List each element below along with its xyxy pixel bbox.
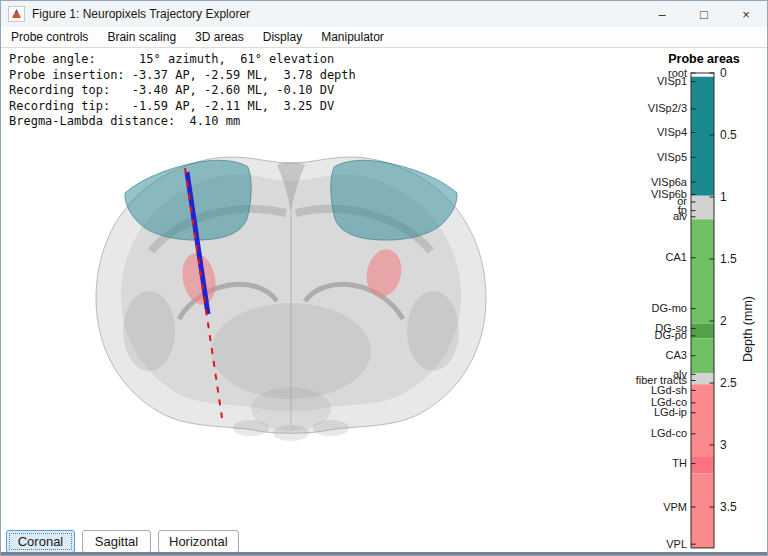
area-label: VISp1 (657, 75, 687, 87)
thalamus-region (211, 303, 371, 399)
depth-tick-label: 1.5 (720, 252, 737, 266)
window-title: Figure 1: Neuropixels Trajectory Explore… (32, 7, 250, 21)
area-label: VPM (663, 501, 687, 513)
colorbar-segment (691, 77, 714, 196)
depth-tick-label: 3 (720, 438, 727, 452)
probe-info-line: Bregma-Lambda distance: 4.10 mm (9, 114, 356, 130)
window-controls: –□× (641, 1, 767, 27)
matlab-figure-icon (8, 6, 25, 22)
probe-info-line: Recording top: -3.40 AP, -2.60 ML, -0.10… (9, 83, 356, 99)
probe-info-line: Probe insertion: -3.37 AP, -2.59 ML, 3.7… (9, 68, 356, 84)
menu-item-display[interactable]: Display (261, 28, 304, 46)
view-tab-coronal[interactable]: Coronal (6, 530, 75, 553)
area-label: VISp4 (657, 126, 687, 138)
brain-render[interactable] (61, 141, 521, 441)
area-label: LGd-sh (651, 384, 687, 396)
window-bottom-edge (1, 552, 767, 555)
depth-tick-label: 1 (720, 190, 727, 204)
area-label: LGd-ip (654, 406, 687, 418)
view-tab-group: CoronalSagittalHorizontal (6, 530, 239, 553)
colorbar-segment (691, 456, 714, 473)
depth-tick-label: 3.5 (720, 500, 737, 514)
colorbar-segment (691, 73, 714, 77)
area-label: DG-mo (652, 302, 687, 314)
depth-tick-label: 0.5 (720, 128, 737, 142)
probe-info-block: Probe angle: 15° azimuth, 61° elevationP… (9, 52, 356, 130)
colorbar-segment (691, 219, 714, 323)
area-label: LGd-co (651, 427, 687, 439)
ventral-bump (273, 425, 309, 441)
depth-tick-label: 2.5 (720, 376, 737, 390)
minimize-button[interactable]: – (641, 1, 683, 27)
figure-window: Figure 1: Neuropixels Trajectory Explore… (0, 0, 768, 556)
area-label: VPL (666, 538, 687, 550)
probe-info-line: Probe angle: 15° azimuth, 61° elevation (9, 52, 356, 68)
colorbar-segment (691, 474, 714, 548)
menu-bar: Probe controlsBrain scaling3D areasDispl… (1, 27, 767, 48)
depth-axis-label: Depth (mm) (741, 244, 755, 362)
area-label: VISp6a (651, 176, 688, 188)
title-bar: Figure 1: Neuropixels Trajectory Explore… (1, 1, 767, 27)
menu-item-probe-controls[interactable]: Probe controls (9, 28, 90, 46)
area-label: alv (673, 210, 688, 222)
maximize-button[interactable]: □ (683, 1, 725, 27)
menu-item-3d-areas[interactable]: 3D areas (193, 28, 246, 46)
view-tab-horizontal[interactable]: Horizontal (158, 530, 239, 553)
area-label: TH (672, 457, 687, 469)
area-label: VISp5 (657, 151, 687, 163)
menu-item-brain-scaling[interactable]: Brain scaling (105, 28, 178, 46)
ventral-bump (313, 420, 349, 436)
close-button[interactable]: × (725, 1, 767, 27)
area-label: CA1 (666, 251, 687, 263)
lateral-region-left (123, 291, 175, 371)
depth-tick-label: 2 (720, 314, 727, 328)
probe-info-line: Recording tip: -1.59 AP, -2.11 ML, 3.25 … (9, 99, 356, 115)
area-label: DG-po (655, 329, 687, 341)
menu-item-manipulator[interactable]: Manipulator (319, 28, 386, 46)
lateral-region-right (407, 291, 459, 371)
colorbar-segment (691, 196, 714, 220)
depth-tick-label: 0 (720, 66, 727, 80)
view-tab-sagittal[interactable]: Sagittal (82, 530, 151, 553)
ventral-bump (233, 420, 269, 436)
area-label: CA3 (666, 349, 687, 361)
area-label: VISp2/3 (648, 102, 687, 114)
